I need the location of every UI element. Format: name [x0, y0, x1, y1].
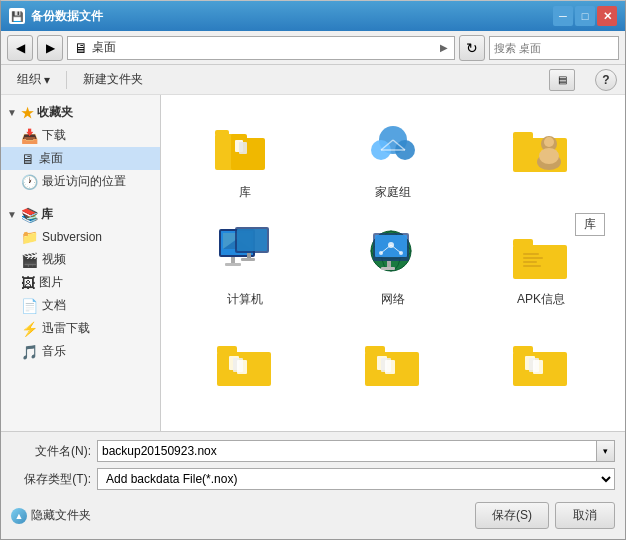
library-file-icon — [213, 116, 277, 180]
svg-rect-27 — [247, 253, 251, 258]
address-text: 桌面 — [92, 39, 436, 56]
list-item[interactable]: 计算机 — [176, 217, 314, 314]
organize-button[interactable]: 组织 ▾ — [9, 68, 58, 91]
list-item[interactable] — [472, 110, 610, 207]
sidebar-item-recent-label: 最近访问的位置 — [42, 173, 126, 190]
list-item[interactable] — [176, 324, 314, 414]
list-item[interactable]: 库 — [176, 110, 314, 207]
sidebar-item-documents[interactable]: 📄 文档 — [1, 294, 160, 317]
svg-rect-62 — [533, 360, 543, 374]
sidebar-item-download-label: 下载 — [42, 127, 66, 144]
apk-folder-icon — [509, 223, 573, 287]
help-button[interactable]: ? — [595, 69, 617, 91]
svg-rect-54 — [365, 346, 385, 354]
bottom-area: 文件名(N): ▾ 保存类型(T): Add backdata File(*.n… — [1, 431, 625, 539]
user-folder-icon — [509, 116, 573, 180]
library-label: 库 — [41, 206, 53, 223]
sidebar-item-desktop[interactable]: 🖥 桌面 — [1, 147, 160, 170]
filename-label: 文件名(N): — [11, 443, 91, 460]
svg-rect-41 — [381, 267, 395, 270]
sidebar-item-music-label: 音乐 — [42, 343, 66, 360]
svg-rect-24 — [225, 263, 241, 266]
window-title: 备份数据文件 — [31, 8, 553, 25]
sidebar-item-recent[interactable]: 🕐 最近访问的位置 — [1, 170, 160, 193]
svg-rect-3 — [231, 134, 247, 140]
apk-folder-label: APK信息 — [517, 291, 565, 308]
sidebar-item-subversion-label: Subversion — [42, 230, 102, 244]
svg-rect-47 — [523, 265, 541, 267]
library-section-header[interactable]: ▼ 📚 库 — [1, 203, 160, 226]
sidebar-item-pictures[interactable]: 🖼 图片 — [1, 271, 160, 294]
file-area: 库 家庭组 — [161, 95, 625, 431]
maximize-button[interactable]: □ — [575, 6, 595, 26]
address-arrow: ▶ — [440, 42, 448, 53]
sidebar-item-download[interactable]: 📥 下载 — [1, 124, 160, 147]
save-button[interactable]: 保存(S) — [475, 502, 549, 529]
address-input[interactable]: 🖥 桌面 ▶ — [67, 36, 455, 60]
new-folder-label: 新建文件夹 — [83, 71, 143, 88]
homegroup-icon — [361, 116, 425, 180]
title-bar: 💾 备份数据文件 ─ □ ✕ — [1, 1, 625, 31]
library-icon: 📚 — [21, 207, 38, 223]
main-window: 💾 备份数据文件 ─ □ ✕ ◀ ▶ 🖥 桌面 ▶ ↻ 🔍 组织 ▾ 新建文件夹 — [0, 0, 626, 540]
forward-button[interactable]: ▶ — [37, 35, 63, 61]
minimize-button[interactable]: ─ — [553, 6, 573, 26]
desktop-folder-icon: 🖥 — [21, 151, 35, 167]
svg-rect-13 — [513, 132, 533, 140]
svg-rect-44 — [523, 253, 539, 255]
svg-rect-46 — [523, 261, 537, 263]
organize-arrow: ▾ — [44, 73, 50, 87]
svg-rect-1 — [215, 130, 229, 136]
list-item[interactable] — [472, 324, 610, 414]
network-label: 网络 — [381, 291, 405, 308]
sidebar-item-thunder[interactable]: ⚡ 迅雷下载 — [1, 317, 160, 340]
pictures-icon: 🖼 — [21, 275, 35, 291]
list-item[interactable]: 家庭组 — [324, 110, 462, 207]
sidebar-item-music[interactable]: 🎵 音乐 — [1, 340, 160, 363]
sidebar-item-video[interactable]: 🎬 视频 — [1, 248, 160, 271]
svg-rect-28 — [241, 258, 255, 261]
favorites-star-icon: ★ — [21, 105, 34, 121]
filename-dropdown-btn[interactable]: ▾ — [597, 440, 615, 462]
thunder-icon: ⚡ — [21, 321, 38, 337]
network-icon — [361, 223, 425, 287]
hide-folders-label: 隐藏文件夹 — [31, 507, 91, 524]
favorites-section-header[interactable]: ▼ ★ 收藏夹 — [1, 101, 160, 124]
sidebar-item-subversion[interactable]: 📁 Subversion — [1, 226, 160, 248]
address-bar: ◀ ▶ 🖥 桌面 ▶ ↻ 🔍 — [1, 31, 625, 65]
refresh-button[interactable]: ↻ — [459, 35, 485, 61]
svg-rect-40 — [387, 261, 391, 267]
back-button[interactable]: ◀ — [7, 35, 33, 61]
desktop-icon: 🖥 — [74, 40, 88, 56]
window-icon: 💾 — [9, 8, 25, 24]
close-button[interactable]: ✕ — [597, 6, 617, 26]
new-folder-button[interactable]: 新建文件夹 — [75, 68, 151, 91]
view-button[interactable]: ▤ — [549, 69, 575, 91]
music-icon: 🎵 — [21, 344, 38, 360]
computer-label: 计算机 — [227, 291, 263, 308]
library-arrow: ▼ — [7, 209, 17, 220]
list-item[interactable] — [324, 324, 462, 414]
sidebar-item-thunder-label: 迅雷下载 — [42, 320, 90, 337]
homegroup-label: 家庭组 — [375, 184, 411, 201]
svg-rect-23 — [231, 257, 235, 263]
cancel-button[interactable]: 取消 — [555, 502, 615, 529]
svg-point-17 — [539, 148, 559, 164]
file-grid: 库 家庭组 — [171, 105, 615, 419]
hide-folders-button[interactable]: ▲ 隐藏文件夹 — [11, 507, 91, 524]
search-input[interactable] — [494, 42, 626, 54]
recent-icon: 🕐 — [21, 174, 38, 190]
list-item[interactable]: 网络 — [324, 217, 462, 314]
toolbar: 组织 ▾ 新建文件夹 ▤ ? — [1, 65, 625, 95]
filename-input[interactable] — [97, 440, 597, 462]
svg-point-16 — [544, 137, 554, 147]
tooltip: 库 — [575, 213, 605, 236]
filetype-select[interactable]: Add backdata File(*.nox) — [97, 468, 615, 490]
download-icon: 📥 — [21, 128, 38, 144]
video-icon: 🎬 — [21, 252, 38, 268]
subversion-icon: 📁 — [21, 229, 38, 245]
main-area: ▼ ★ 收藏夹 📥 下载 🖥 桌面 🕐 最近访问的位置 ▼ 📚 库 — [1, 95, 625, 431]
hide-folders-arrow-icon: ▲ — [11, 508, 27, 524]
filetype-label: 保存类型(T): — [11, 471, 91, 488]
folder-docs2-icon — [361, 330, 425, 394]
